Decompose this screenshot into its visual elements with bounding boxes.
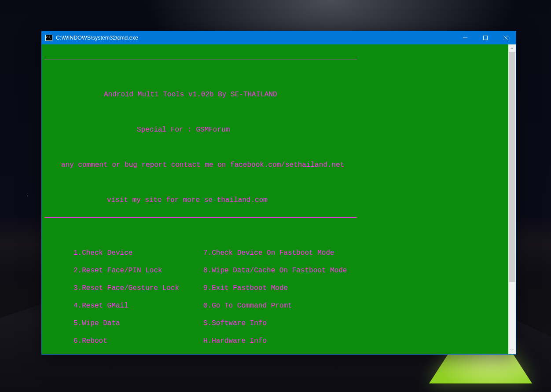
menu-item-1: 1.Check Device bbox=[73, 249, 203, 257]
cmd-window: C:\WINDOWS\system32\cmd.exe Android Mult… bbox=[41, 31, 516, 355]
console-output[interactable]: Android Multi Tools v1.02b By SE-THAILAN… bbox=[42, 44, 508, 354]
chevron-down-icon: ﹀ bbox=[510, 348, 514, 353]
vertical-scrollbar[interactable]: ︿ ﹀ bbox=[508, 44, 516, 354]
menu-item-h: H.Hardware Info bbox=[203, 337, 508, 345]
menu-item-2: 2.Reset Face/PIN Lock bbox=[73, 266, 203, 275]
scrollbar-thumb[interactable] bbox=[509, 52, 515, 282]
close-button[interactable] bbox=[496, 31, 516, 44]
menu-item-9: 9.Exit Fastboot Mode bbox=[203, 284, 508, 293]
header-line-4: visit my site for more se-thailand.com bbox=[44, 196, 508, 205]
close-icon bbox=[503, 36, 508, 40]
menu-item-7: 7.Check Device On Fastboot Mode bbox=[203, 249, 508, 257]
menu-item-5: 5.Wipe Data bbox=[73, 319, 203, 328]
cmd-icon bbox=[45, 35, 52, 41]
maximize-button[interactable] bbox=[475, 31, 496, 44]
header-line-3: any comment or bug report contact me on … bbox=[44, 161, 508, 169]
header-line-1: Android Multi Tools v1.02b By SE-THAILAN… bbox=[44, 90, 508, 99]
menu-item-6: 6.Reboot bbox=[73, 337, 203, 345]
scroll-up-button[interactable]: ︿ bbox=[508, 44, 516, 52]
scroll-down-button[interactable]: ﹀ bbox=[508, 347, 516, 354]
menu-item-8: 8.Wipe Data/Cache On Fastboot Mode bbox=[203, 266, 508, 275]
window-titlebar[interactable]: C:\WINDOWS\system32\cmd.exe bbox=[42, 31, 516, 44]
menu-item-0: 0.Go To Command Promt bbox=[203, 301, 508, 310]
window-title: C:\WINDOWS\system32\cmd.exe bbox=[56, 35, 138, 41]
svg-rect-1 bbox=[484, 36, 488, 40]
client-area: Android Multi Tools v1.02b By SE-THAILAN… bbox=[42, 44, 516, 354]
scrollbar-track[interactable] bbox=[508, 52, 516, 347]
maximize-icon bbox=[483, 36, 488, 40]
menu-item-s: S.Software Info bbox=[203, 319, 508, 328]
minimize-button[interactable] bbox=[455, 31, 475, 44]
header-line-2: Special For : GSMForum bbox=[44, 125, 508, 134]
chevron-up-icon: ︿ bbox=[510, 45, 514, 51]
menu-item-4: 4.Reset GMail bbox=[73, 301, 203, 310]
minimize-icon bbox=[463, 36, 467, 40]
menu-item-3: 3.Reset Face/Gesture Lock bbox=[73, 284, 203, 293]
